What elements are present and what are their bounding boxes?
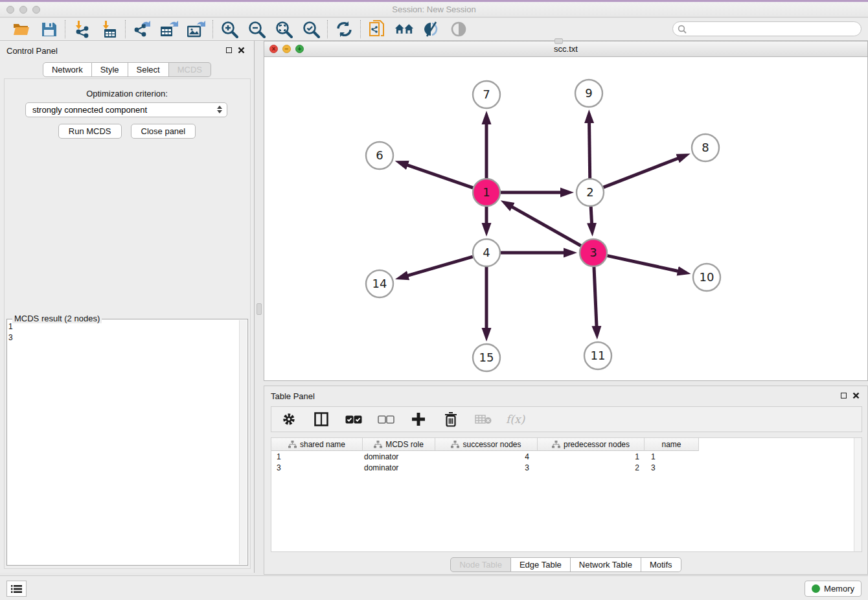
close-panel-button[interactable]: Close panel xyxy=(131,124,196,139)
delete-column-icon[interactable] xyxy=(474,410,493,429)
task-list-button[interactable] xyxy=(6,581,27,597)
tab-select[interactable]: Select xyxy=(128,62,169,77)
graph-edge-2-8[interactable] xyxy=(604,158,679,187)
settings-gear-icon[interactable] xyxy=(279,410,299,429)
import-network-icon[interactable] xyxy=(72,19,91,39)
graph-node-label-14: 14 xyxy=(372,277,387,290)
select-all-icon[interactable] xyxy=(344,410,363,429)
chevron-up-down-icon xyxy=(217,106,222,113)
mcds-result-list[interactable]: 1 3 xyxy=(8,321,13,343)
graph-edge-2-9[interactable] xyxy=(589,122,590,178)
result-scrollbar[interactable] xyxy=(239,320,247,564)
column-layout-icon[interactable] xyxy=(312,410,331,429)
list-icon xyxy=(11,584,22,594)
graph-edge-3-1[interactable] xyxy=(512,207,581,246)
column-header-successor-nodes[interactable]: successor nodes xyxy=(435,438,538,451)
network-window-titlebar[interactable]: × − + scc.txt xyxy=(264,41,867,57)
open-folder-icon[interactable] xyxy=(12,19,31,39)
criterion-dropdown[interactable]: strongly connected component xyxy=(25,102,227,117)
column-header-shared-name[interactable]: shared name xyxy=(271,438,363,451)
close-table-panel-icon[interactable] xyxy=(852,392,860,399)
table-panel: Table Panel f(x) xyxy=(264,386,868,575)
tab-network[interactable]: Network xyxy=(43,62,92,77)
table-toolbar: f(x) xyxy=(271,406,862,432)
zoom-selected-icon[interactable] xyxy=(301,19,321,39)
graph-node-label-10: 10 xyxy=(700,270,714,284)
table-row[interactable]: 3 dominator 3 2 3 xyxy=(271,462,862,473)
memory-label: Memory xyxy=(824,584,854,594)
tab-mcds[interactable]: MCDS xyxy=(169,62,211,77)
main-toolbar xyxy=(0,18,868,41)
graph-edge-3-11[interactable] xyxy=(594,267,597,327)
column-header-predecessor-nodes[interactable]: predecessor nodes xyxy=(538,438,645,451)
deselect-all-icon[interactable] xyxy=(376,410,396,429)
export-table-icon[interactable] xyxy=(159,19,179,39)
optimization-criterion-label: Optimization criterion: xyxy=(0,89,254,98)
function-icon[interactable]: f(x) xyxy=(506,413,525,426)
search-input[interactable] xyxy=(672,21,862,36)
graph-node-label-4: 4 xyxy=(483,246,490,259)
app-titlebar: Session: New Session xyxy=(0,0,868,17)
paint-toggle-icon[interactable] xyxy=(422,19,441,39)
search-icon xyxy=(678,25,687,34)
export-network-icon[interactable] xyxy=(132,19,152,39)
criterion-value: strongly connected component xyxy=(32,105,147,115)
zoom-fit-icon[interactable] xyxy=(274,19,293,39)
tab-edge-table[interactable]: Edge Table xyxy=(511,557,571,572)
zoom-out-icon[interactable] xyxy=(247,19,266,39)
add-icon[interactable] xyxy=(409,410,428,429)
save-icon[interactable] xyxy=(39,19,58,39)
float-panel-icon[interactable] xyxy=(226,47,232,53)
network-window: × − + scc.txt 1234678910111415 xyxy=(264,41,868,381)
tab-motifs[interactable]: Motifs xyxy=(641,557,681,572)
graph-node-label-2: 2 xyxy=(586,185,593,199)
close-panel-icon[interactable] xyxy=(238,47,245,54)
run-mcds-button[interactable]: Run MCDS xyxy=(58,124,122,139)
graph-node-label-6: 6 xyxy=(376,148,383,162)
tab-style[interactable]: Style xyxy=(92,62,128,77)
float-table-panel-icon[interactable] xyxy=(841,393,847,398)
import-table-icon[interactable] xyxy=(99,19,119,39)
status-bar: Memory xyxy=(0,575,868,600)
refresh-icon[interactable] xyxy=(334,19,354,39)
graph-node-label-1: 1 xyxy=(483,185,490,199)
network-graph: 1234678910111415 xyxy=(264,57,867,380)
column-header-name[interactable]: name xyxy=(645,438,699,451)
eye-icon[interactable] xyxy=(449,19,468,39)
tree-icon xyxy=(288,441,297,448)
tree-icon xyxy=(374,441,382,448)
network-window-title: scc.txt xyxy=(264,44,867,54)
window-title: Session: New Session xyxy=(0,5,868,14)
tab-network-table[interactable]: Network Table xyxy=(571,557,641,572)
graph-node-label-3: 3 xyxy=(589,246,597,259)
horizontal-splitter-grip[interactable] xyxy=(554,38,563,44)
memory-status-icon xyxy=(812,584,820,593)
graph-node-label-9: 9 xyxy=(585,86,592,100)
graph-edge-1-6[interactable] xyxy=(407,165,474,188)
delete-icon[interactable] xyxy=(441,410,461,429)
memory-button[interactable]: Memory xyxy=(805,581,862,597)
zoom-in-icon[interactable] xyxy=(220,19,239,39)
table-panel-title: Table Panel xyxy=(271,391,315,401)
node-table: shared name MCDS role successor nodes pr… xyxy=(271,437,862,552)
export-image-icon[interactable] xyxy=(187,19,206,39)
network-canvas[interactable]: 1234678910111415 xyxy=(264,57,867,380)
tree-icon xyxy=(451,441,459,448)
houses-icon[interactable] xyxy=(394,19,414,39)
splitter-grip[interactable] xyxy=(257,303,262,315)
titlebar-accent xyxy=(0,0,868,2)
mcds-result-box: MCDS result (2 nodes) 1 3 xyxy=(6,319,248,566)
graph-edge-2-3[interactable] xyxy=(591,207,591,224)
vertical-splitter[interactable] xyxy=(255,41,264,573)
tree-icon xyxy=(552,441,560,448)
column-header-mcds-role[interactable]: MCDS role xyxy=(363,438,435,451)
graph-edge-4-14[interactable] xyxy=(407,257,473,275)
tab-node-table[interactable]: Node Table xyxy=(450,557,511,572)
table-scrollbar[interactable] xyxy=(854,438,862,551)
graph-node-label-8: 8 xyxy=(702,141,709,154)
copy-network-icon[interactable] xyxy=(367,19,387,39)
table-row[interactable]: 1 dominator 4 1 1 xyxy=(271,451,862,462)
graph-edge-3-10[interactable] xyxy=(607,256,678,271)
graph-node-label-15: 15 xyxy=(479,351,494,364)
graph-node-label-7: 7 xyxy=(483,87,490,101)
